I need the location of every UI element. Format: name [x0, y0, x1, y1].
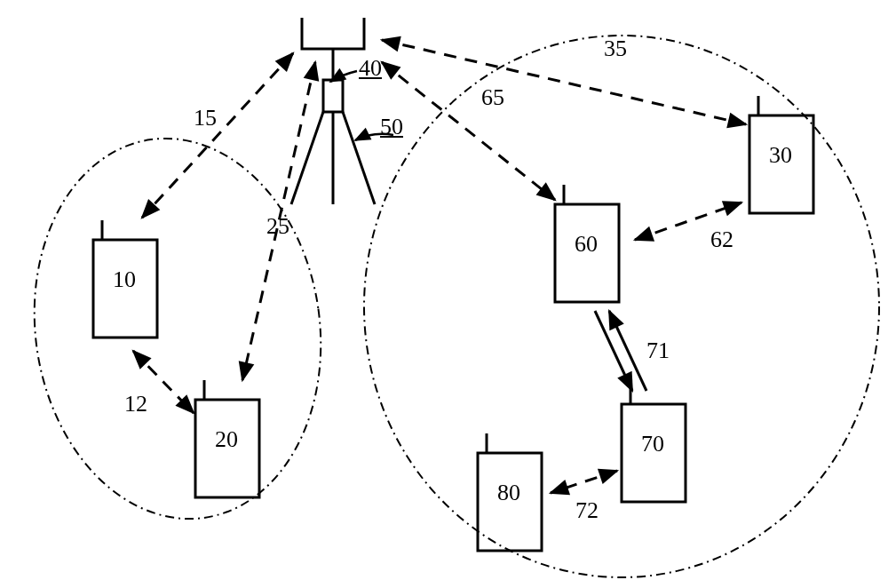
- link-15: [142, 53, 293, 218]
- label-40: 40: [359, 55, 382, 82]
- label-ue10: 10: [113, 266, 136, 293]
- label-ue70: 70: [641, 431, 664, 457]
- network-diagram: [0, 0, 888, 588]
- label-ue80: 80: [497, 480, 520, 506]
- cluster-left-ellipse: [11, 120, 345, 537]
- label-link35: 35: [604, 36, 627, 62]
- svg-line-3: [343, 112, 375, 204]
- label-link65: 65: [481, 84, 504, 111]
- label-link15: 15: [194, 105, 217, 131]
- label-50: 50: [380, 114, 403, 140]
- svg-rect-0: [323, 80, 343, 112]
- link-72: [551, 471, 617, 493]
- link-65: [382, 62, 555, 200]
- svg-line-2: [291, 112, 323, 204]
- label-ue30: 30: [769, 142, 792, 169]
- link-35: [382, 40, 746, 124]
- label-ue60: 60: [575, 231, 598, 258]
- label-link12: 12: [124, 391, 147, 417]
- label-link25: 25: [266, 213, 289, 240]
- label-link72: 72: [575, 497, 599, 524]
- label-link62: 62: [710, 226, 733, 253]
- label-ue20: 20: [215, 426, 238, 453]
- label-link71: 71: [646, 338, 670, 364]
